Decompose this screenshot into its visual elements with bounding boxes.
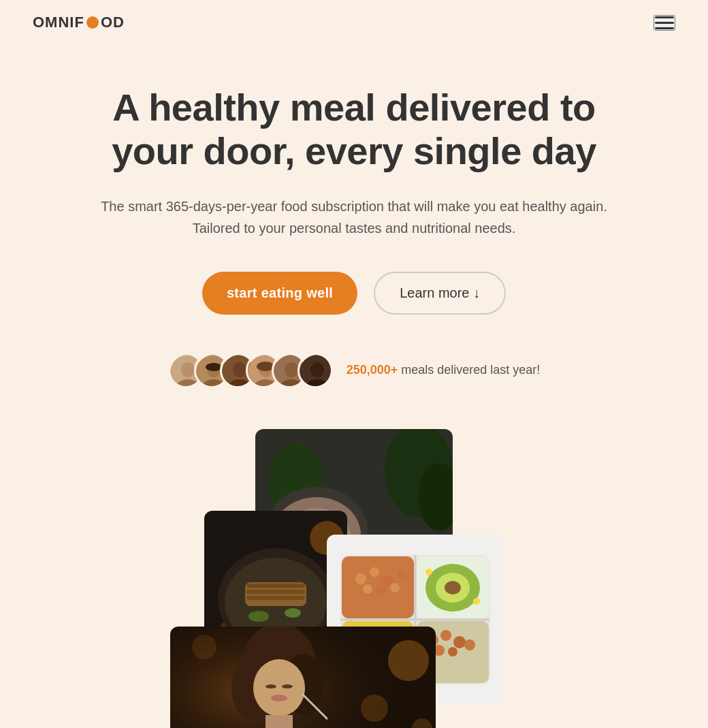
- svg-point-93: [282, 684, 293, 689]
- start-eating-button[interactable]: start eating well: [202, 272, 357, 315]
- logo-circle-icon: [86, 16, 99, 29]
- logo[interactable]: OMNIF OD: [33, 14, 125, 31]
- svg-point-92: [266, 684, 276, 689]
- svg-point-61: [390, 583, 400, 592]
- svg-rect-46: [246, 584, 305, 588]
- svg-point-59: [363, 584, 372, 594]
- site-header: OMNIF OD: [0, 0, 708, 45]
- svg-point-15: [285, 362, 298, 377]
- svg-point-50: [285, 608, 301, 618]
- svg-point-79: [448, 647, 457, 656]
- svg-point-1: [181, 362, 195, 377]
- customer-avatar-6: [297, 353, 333, 388]
- svg-rect-47: [246, 590, 305, 594]
- menu-button[interactable]: [654, 15, 675, 31]
- svg-point-49: [248, 611, 269, 622]
- hero-title: A healthy meal delivered to your door, e…: [82, 86, 626, 174]
- svg-point-87: [192, 635, 216, 659]
- hero-description: The smart 365-days-per-year food subscri…: [95, 195, 613, 239]
- svg-point-67: [425, 569, 432, 575]
- social-proof: 250,000+ meals delivered last year!: [82, 353, 626, 388]
- hero-section: A healthy meal delivered to your door, e…: [0, 45, 708, 728]
- svg-point-85: [361, 695, 388, 722]
- learn-more-button[interactable]: Learn more ↓: [374, 272, 506, 315]
- svg-point-91: [253, 659, 305, 716]
- hamburger-line-1: [655, 16, 674, 18]
- cta-buttons: start eating well Learn more ↓: [82, 272, 626, 315]
- meals-count-number: 250,000+: [347, 363, 398, 377]
- svg-point-60: [376, 585, 387, 596]
- svg-point-80: [464, 639, 475, 650]
- svg-point-77: [453, 636, 466, 648]
- svg-point-66: [445, 581, 461, 595]
- svg-point-76: [440, 630, 451, 641]
- svg-point-56: [355, 573, 366, 584]
- customer-avatars: [168, 353, 333, 388]
- meals-count-label: meals delivered last year!: [398, 363, 540, 377]
- svg-point-84: [388, 640, 429, 681]
- logo-text-od: OD: [101, 14, 125, 31]
- logo-text-omnif: OMNIF: [33, 14, 84, 31]
- svg-point-94: [271, 695, 287, 701]
- svg-point-8: [233, 362, 246, 377]
- svg-point-68: [473, 598, 480, 605]
- svg-point-57: [370, 567, 379, 577]
- hamburger-line-3: [655, 27, 674, 29]
- hamburger-line-2: [655, 22, 674, 24]
- svg-point-62: [398, 570, 406, 578]
- svg-rect-48: [246, 596, 305, 600]
- food-collage: [82, 429, 626, 728]
- svg-point-18: [310, 362, 324, 377]
- food-image-woman: [170, 627, 436, 728]
- meals-delivered-text: 250,000+ meals delivered last year!: [347, 363, 541, 377]
- svg-rect-95: [266, 715, 293, 728]
